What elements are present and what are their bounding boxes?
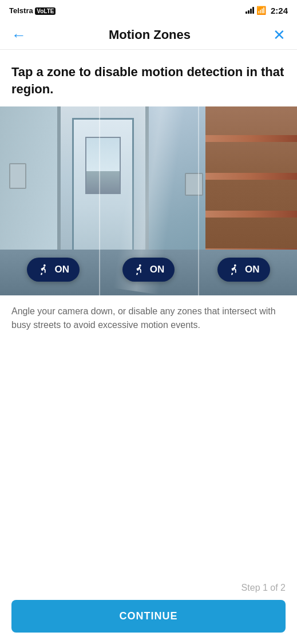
back-button[interactable]: ← bbox=[11, 27, 26, 42]
zone-1-label: ON bbox=[54, 264, 69, 275]
page-title: Motion Zones bbox=[109, 27, 191, 42]
bottom-area: Step 1 of 2 CONTINUE bbox=[0, 583, 297, 644]
close-button[interactable]: ✕ bbox=[273, 27, 286, 42]
motion-icon-1 bbox=[37, 263, 50, 276]
motion-icon-2 bbox=[133, 263, 145, 276]
svg-point-2 bbox=[234, 264, 236, 267]
wifi-icon: 📶 bbox=[256, 6, 266, 15]
zone-overlay: ON ON ON bbox=[0, 106, 297, 295]
zone-2-label: ON bbox=[150, 264, 165, 275]
volte-badge: VoLTE bbox=[35, 7, 56, 15]
svg-point-1 bbox=[139, 264, 141, 267]
motion-icon-3 bbox=[228, 263, 240, 276]
time-display: 2:24 bbox=[271, 6, 288, 15]
status-bar: Telstra VoLTE 📶 2:24 bbox=[0, 0, 297, 21]
instruction-section: Tap a zone to disable motion detection i… bbox=[0, 50, 297, 106]
hint-text: Angle your camera down, or disable any z… bbox=[11, 305, 286, 332]
carrier-label: Telstra VoLTE bbox=[9, 6, 56, 15]
signal-icon bbox=[245, 7, 254, 14]
zone-button-1[interactable]: ON bbox=[27, 258, 80, 282]
continue-button[interactable]: CONTINUE bbox=[11, 600, 286, 633]
nav-bar: ← Motion Zones ✕ bbox=[0, 21, 297, 50]
status-right: 📶 2:24 bbox=[245, 6, 288, 15]
zone-button-2[interactable]: ON bbox=[122, 258, 175, 282]
instruction-text: Tap a zone to disable motion detection i… bbox=[11, 64, 286, 97]
svg-point-0 bbox=[43, 264, 46, 267]
camera-view: ON ON ON bbox=[0, 106, 297, 295]
zone-button-3[interactable]: ON bbox=[217, 258, 270, 282]
hint-section: Angle your camera down, or disable any z… bbox=[0, 295, 297, 332]
step-indicator: Step 1 of 2 bbox=[11, 583, 286, 593]
zone-3-label: ON bbox=[245, 264, 260, 275]
